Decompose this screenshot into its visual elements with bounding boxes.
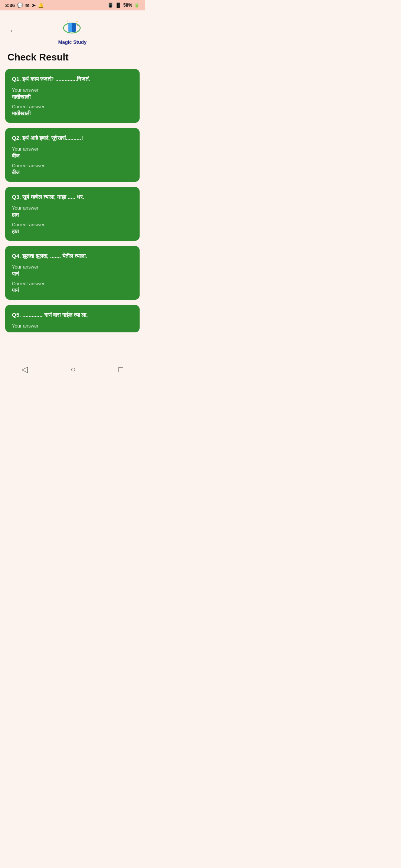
nav-back-button[interactable]: ◁ bbox=[22, 365, 28, 374]
question-text-q5: Q5. ............. गाणं वारा गाईल त्या ला… bbox=[12, 311, 133, 319]
your-answer-q1: मातीखाली bbox=[12, 93, 133, 100]
question-text-q1: Q1. इथं काय रुजतं? ..............निजतं. bbox=[12, 75, 133, 83]
correct-answer-q2: बीज bbox=[12, 169, 133, 176]
svg-text:✦: ✦ bbox=[77, 24, 79, 27]
status-time: 3:36 bbox=[5, 3, 15, 8]
correct-answer-q3: हात bbox=[12, 228, 133, 235]
question-card-q4: Q4. झुलता झुलता, ....... येतील त्याला. Y… bbox=[5, 246, 140, 300]
signal-icon: ▐▌ bbox=[115, 3, 121, 8]
your-answer-label-q3: Your answer bbox=[12, 205, 133, 211]
nav-icon: ➤ bbox=[32, 3, 36, 8]
vibrate-icon: 📳 bbox=[108, 3, 113, 8]
your-answer-label-q2: Your answer bbox=[12, 146, 133, 152]
your-answer-q2: बीज bbox=[12, 152, 133, 159]
correct-answer-label-q2: Correct answer bbox=[12, 163, 133, 168]
correct-answer-label-q4: Correct answer bbox=[12, 281, 133, 286]
questions-list: Q1. इथं काय रुजतं? ..............निजतं. … bbox=[0, 69, 145, 338]
logo-text: Magic Study bbox=[58, 39, 87, 45]
your-answer-q3: हात bbox=[12, 211, 133, 218]
status-bar: 3:36 💬 ✉ ➤ 🔔 📳 ▐▌ 58% 🔋 bbox=[0, 0, 145, 10]
svg-text:✦: ✦ bbox=[67, 20, 69, 22]
alert-icon: 🔔 bbox=[38, 3, 44, 8]
page-title-section: Check Result bbox=[0, 48, 145, 69]
question-text-q3: Q3. सूर्य म्हणेल त्याला, माझा ..... धर. bbox=[12, 193, 133, 201]
question-card-q3: Q3. सूर्य म्हणेल त्याला, माझा ..... धर. … bbox=[5, 187, 140, 241]
logo-container: ✦ ✦ ✦ Magic Study bbox=[58, 16, 87, 45]
correct-answer-q1: मातीखाली bbox=[12, 110, 133, 117]
your-answer-label-q4: Your answer bbox=[12, 264, 133, 270]
back-arrow-icon: ← bbox=[9, 26, 17, 35]
question-text-q2: Q2. इथं आहे इवलं, सुरेखसं..........! bbox=[12, 134, 133, 142]
svg-rect-2 bbox=[68, 23, 72, 32]
your-answer-label-q5: Your answer bbox=[12, 323, 133, 329]
battery-text: 58% bbox=[123, 3, 132, 8]
question-card-q5: Q5. ............. गाणं वारा गाईल त्या ला… bbox=[5, 305, 140, 332]
correct-answer-label-q1: Correct answer bbox=[12, 104, 133, 109]
status-right: 📳 ▐▌ 58% 🔋 bbox=[108, 3, 140, 8]
header: ← ✦ ✦ ✦ Magic Study bbox=[0, 10, 145, 48]
battery-icon: 🔋 bbox=[134, 3, 140, 8]
question-card-q2: Q2. इथं आहे इवलं, सुरेखसं..........! You… bbox=[5, 128, 140, 182]
svg-text:✦: ✦ bbox=[76, 20, 78, 23]
correct-answer-label-q3: Correct answer bbox=[12, 222, 133, 227]
logo-svg: ✦ ✦ ✦ bbox=[61, 16, 84, 39]
question-text-q4: Q4. झुलता झुलता, ....... येतील त्याला. bbox=[12, 252, 133, 260]
bottom-navigation: ◁ ○ □ bbox=[0, 360, 145, 379]
page-title: Check Result bbox=[7, 52, 137, 63]
your-answer-q4: पानं bbox=[12, 270, 133, 277]
msg-icon: ✉ bbox=[25, 3, 29, 8]
status-left: 3:36 💬 ✉ ➤ 🔔 bbox=[5, 3, 44, 8]
question-card-q1: Q1. इथं काय रुजतं? ..............निजतं. … bbox=[5, 69, 140, 123]
nav-home-button[interactable]: ○ bbox=[71, 365, 75, 374]
nav-recent-button[interactable]: □ bbox=[118, 365, 123, 374]
back-button[interactable]: ← bbox=[7, 24, 19, 37]
your-answer-label-q1: Your answer bbox=[12, 87, 133, 93]
correct-answer-q4: पानं bbox=[12, 287, 133, 294]
whatsapp-icon: 💬 bbox=[17, 3, 23, 8]
